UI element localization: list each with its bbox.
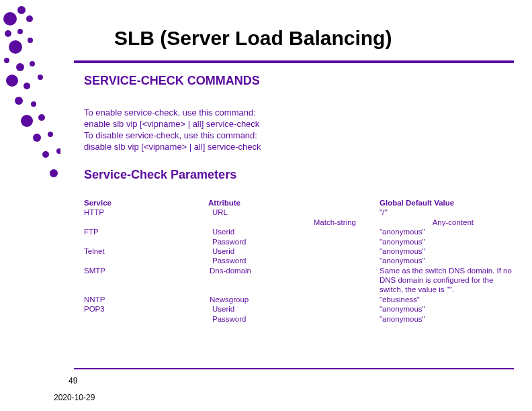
svg-point-19: [42, 151, 49, 158]
val-ebusiness: "ebusiness": [380, 295, 514, 304]
attr-userid: Userid: [208, 304, 369, 314]
svg-point-21: [50, 169, 58, 177]
col-header-value: Global Default Value: [380, 198, 514, 208]
svc-nntp: NNTP: [84, 295, 198, 304]
attr-dnsdomain: Dns-domain: [208, 266, 369, 275]
svc-pop3: POP3: [84, 304, 198, 314]
svg-point-9: [30, 61, 35, 66]
val-anon: "anonymous": [380, 314, 514, 324]
svc-telnet: Telnet: [84, 246, 198, 256]
val-anycontent: Any-content: [380, 218, 514, 227]
cmd-line: enable slb vip [<vipname> | all] service…: [84, 119, 261, 130]
svg-point-7: [4, 58, 9, 63]
footer-rule: [74, 368, 514, 369]
cmd-line: disable slb vip [<vipname> | all] servic…: [84, 142, 261, 153]
val-smtp: Same as the switch DNS domain. If no DNS…: [380, 266, 514, 295]
svg-point-16: [38, 114, 45, 121]
svg-point-4: [17, 29, 23, 34]
svg-point-17: [33, 134, 41, 142]
attr-newsgroup: Newsgroup: [208, 295, 369, 304]
svg-point-15: [21, 115, 33, 127]
col-header-attribute: Attribute: [208, 198, 369, 208]
cmd-line: To disable service-check, use this comma…: [84, 130, 261, 142]
svg-point-3: [5, 30, 11, 37]
val-anon: "anonymous": [380, 304, 514, 314]
svg-point-5: [9, 40, 22, 54]
svc-ftp: FTP: [84, 227, 198, 236]
attr-password: Password: [208, 237, 369, 246]
val-anon: "anonymous": [380, 237, 514, 246]
svg-point-8: [16, 63, 24, 71]
attr-password: Password: [208, 314, 369, 324]
svg-point-13: [15, 97, 23, 105]
slide-date: 2020-10-29: [54, 393, 95, 402]
svc-smtp: SMTP: [84, 266, 198, 275]
svg-point-20: [56, 148, 60, 154]
val-anon: "anonymous": [380, 227, 514, 236]
val-anon: "anonymous": [380, 256, 514, 265]
svg-point-2: [26, 15, 33, 22]
svg-point-10: [6, 75, 18, 87]
decorative-dots: [0, 0, 60, 411]
attr-userid: Userid: [208, 246, 369, 256]
svg-point-12: [38, 75, 43, 80]
col-header-service: Service: [84, 198, 198, 208]
svg-point-11: [24, 83, 30, 89]
slide-title: SLB (Server Load Balancing): [114, 27, 392, 50]
cmd-line: To enable service-check, use this comman…: [84, 107, 261, 119]
attr-password: Password: [208, 256, 369, 265]
command-block: To enable service-check, use this comman…: [84, 107, 261, 153]
title-underline: [74, 60, 514, 63]
section-heading-parameters: Service-Check Parameters: [84, 168, 236, 182]
svg-point-14: [31, 101, 36, 107]
attr-matchstring: Match-string: [208, 218, 369, 227]
attr-url: URL: [208, 208, 369, 217]
section-heading-commands: SERVICE-CHECK COMMANDS: [84, 74, 260, 88]
attr-userid: Userid: [208, 227, 369, 236]
svc-http: HTTP: [84, 208, 198, 217]
svg-point-1: [17, 6, 26, 14]
slide-number: 49: [69, 376, 77, 385]
val-slash: "/": [380, 208, 514, 217]
svg-point-0: [3, 12, 17, 26]
svg-point-18: [48, 132, 53, 137]
val-anon: "anonymous": [380, 246, 514, 256]
svg-point-6: [28, 38, 33, 43]
